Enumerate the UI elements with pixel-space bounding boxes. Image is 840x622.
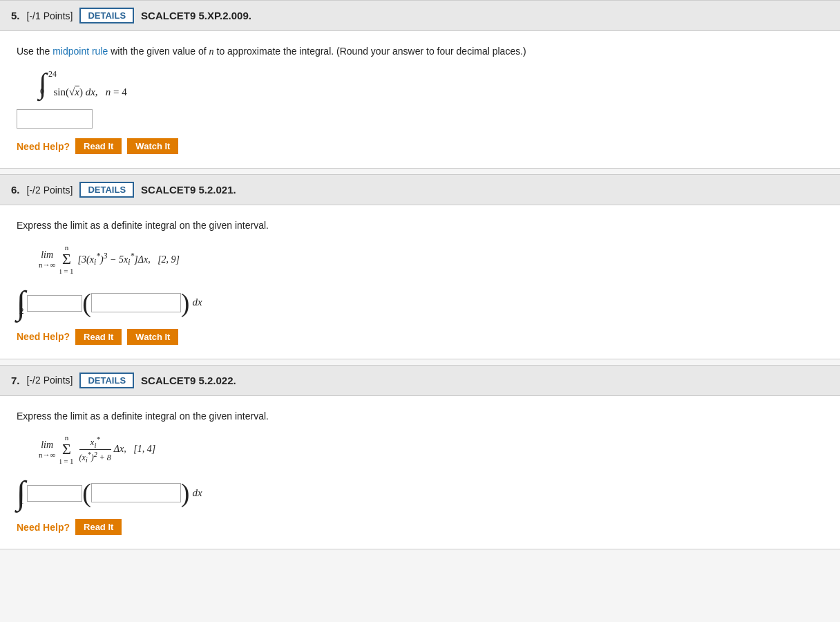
problem-5-watch-it-button[interactable]: Watch It [127,138,178,154]
problem-6-limit-expr: lim n→∞ n Σ i = 1 [3(xi*)3 − 5xi*]Δx, [2… [39,243,823,275]
problem-5-number: 5. [11,10,20,21]
problem-7-header: 7. [-/2 Points] DETAILS SCALCET9 5.2.022… [0,366,840,396]
problem-6-text: Express the limit as a definite integral… [17,218,823,233]
problem-6-answer-line: ∫ 2 ( ) dx [17,286,823,319]
problem-5-body: Use the midpoint rule with the given val… [0,31,840,168]
problem-7-main-input[interactable] [91,483,181,502]
problem-5-integral: ∫ 24 0 sin(√x) dx, n = 4 [39,69,823,98]
problem-6-number: 6. [11,184,20,196]
problem-6-id: SCALCET9 5.2.021. [141,184,236,196]
problem-5-text: Use the midpoint rule with the given val… [17,44,823,59]
need-help-label-6: Need Help? [17,331,70,342]
problem-6-body: Express the limit as a definite integral… [0,205,840,358]
problem-7-body: Express the limit as a definite integral… [0,396,840,549]
need-help-label-5: Need Help? [17,141,70,152]
problem-5-answer-area [17,109,823,129]
problem-6-header: 6. [-/2 Points] DETAILS SCALCET9 5.2.021… [0,175,840,205]
problem-6-points: [-/2 Points] [27,185,73,196]
problem-6-upper-input[interactable] [27,295,82,312]
problem-7-id: SCALCET9 5.2.022. [141,375,236,386]
problem-7-limit-expr: lim n→∞ n Σ i = 1 xi* (xi*)2 + 8 Δx, [1,… [39,433,823,465]
problem-7-answer-line: ∫ 1 ( ) dx [17,476,823,509]
problem-7-points: [-/2 Points] [27,375,73,386]
problem-5-id: SCALCET9 5.XP.2.009. [141,10,251,21]
midpoint-rule-link[interactable]: midpoint rule [52,46,108,57]
problem-7-upper-input[interactable] [27,485,82,502]
problem-6-watch-it-button[interactable]: Watch It [127,329,178,345]
problem-5-points: [-/1 Points] [27,10,73,21]
problem-7-text: Express the limit as a definite integral… [17,408,823,424]
problem-5: 5. [-/1 Points] DETAILS SCALCET9 5.XP.2.… [0,0,840,169]
problem-7-need-help: Need Help? Read It [17,519,823,535]
problem-6-main-input[interactable] [91,293,181,312]
need-help-label-7: Need Help? [17,522,70,533]
problem-6-details-button[interactable]: DETAILS [79,182,134,198]
problem-5-read-it-button[interactable]: Read It [75,138,122,154]
problem-5-answer-input[interactable] [17,109,93,129]
problem-7-details-button[interactable]: DETAILS [79,373,134,388]
problem-7-read-it-button[interactable]: Read It [75,519,122,535]
problem-7-number: 7. [11,375,20,386]
problem-5-need-help: Need Help? Read It Watch It [17,138,823,154]
problem-6-need-help: Need Help? Read It Watch It [17,329,823,345]
problem-6-read-it-button[interactable]: Read It [75,329,122,345]
problem-5-header: 5. [-/1 Points] DETAILS SCALCET9 5.XP.2.… [0,1,840,31]
problem-5-details-button[interactable]: DETAILS [79,8,134,23]
problem-6: 6. [-/2 Points] DETAILS SCALCET9 5.2.021… [0,174,840,359]
problem-7: 7. [-/2 Points] DETAILS SCALCET9 5.2.022… [0,365,840,549]
